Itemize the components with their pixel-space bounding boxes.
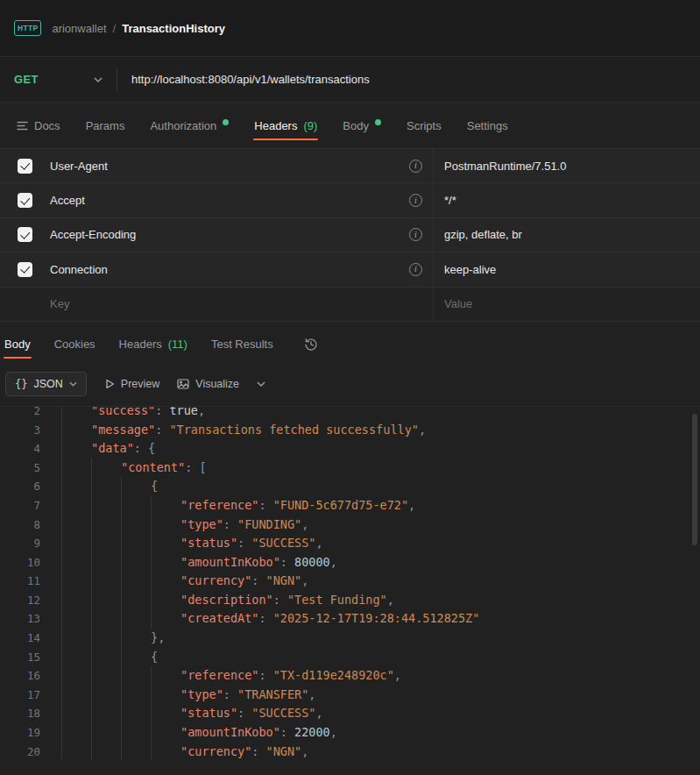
request-tab-body[interactable]: Body bbox=[342, 106, 382, 146]
header-key[interactable]: Accept bbox=[50, 194, 85, 207]
line-number: 19 bbox=[0, 723, 40, 743]
indent-guide bbox=[121, 572, 151, 591]
header-value[interactable]: */* bbox=[433, 183, 700, 217]
header-value[interactable]: gzip, deflate, br bbox=[433, 218, 700, 252]
header-checkbox[interactable] bbox=[18, 159, 32, 174]
indent-guide bbox=[151, 515, 180, 535]
code-line-text: { bbox=[40, 648, 158, 667]
header-key[interactable]: Accept-Encoding bbox=[50, 228, 136, 241]
code-line: 19"amountInKobo": 22000, bbox=[0, 723, 700, 743]
indent-guide bbox=[61, 686, 91, 705]
indent-guide bbox=[91, 515, 121, 535]
tab-count: (11) bbox=[168, 338, 187, 351]
url-input[interactable] bbox=[117, 57, 700, 102]
response-tab-headers[interactable]: Headers(11) bbox=[118, 324, 188, 364]
indent-guide bbox=[151, 723, 180, 743]
code-line-text: { bbox=[40, 477, 158, 496]
indent-guide bbox=[61, 629, 91, 648]
line-number: 8 bbox=[0, 515, 40, 535]
info-icon: i bbox=[409, 160, 422, 173]
header-key[interactable]: Connection bbox=[50, 263, 108, 276]
code-line: 6{ bbox=[0, 477, 700, 496]
indent-guide bbox=[121, 534, 151, 553]
code-line: 16"reference": "TX-d119e248920c", bbox=[0, 666, 700, 686]
preview-button[interactable]: Preview bbox=[104, 378, 159, 390]
response-tab-cookies[interactable]: Cookies bbox=[53, 324, 96, 364]
code-line-text: "data": { bbox=[40, 439, 155, 459]
line-number: 3 bbox=[0, 421, 40, 440]
tab-label: Cookies bbox=[54, 338, 95, 351]
response-tabs: BodyCookiesHeaders(11)Test Results bbox=[0, 322, 700, 367]
tab-label: Headers bbox=[254, 119, 297, 132]
response-format-dropdown[interactable]: {} JSON bbox=[5, 372, 87, 396]
info-icon: i bbox=[409, 228, 422, 241]
request-url-bar: GET bbox=[0, 56, 700, 103]
header-checkbox[interactable] bbox=[18, 193, 32, 208]
menu-icon bbox=[17, 121, 28, 131]
header-key[interactable]: User-Agent bbox=[50, 160, 108, 173]
header-checkbox[interactable] bbox=[18, 262, 32, 277]
code-line-text: "status": "SUCCESS", bbox=[40, 534, 323, 553]
header-value[interactable]: PostmanRuntime/7.51.0 bbox=[433, 149, 700, 182]
code-line-text: "type": "FUNDING", bbox=[40, 515, 308, 535]
indent-guide bbox=[151, 534, 180, 553]
request-tab-docs[interactable]: Docs bbox=[16, 106, 61, 146]
play-icon bbox=[104, 379, 115, 389]
request-tab-scripts[interactable]: Scripts bbox=[406, 106, 442, 146]
response-tab-body[interactable]: Body bbox=[4, 324, 32, 364]
tab-label: Docs bbox=[34, 119, 60, 132]
indent-guide bbox=[91, 609, 121, 629]
indent-guide bbox=[121, 609, 151, 629]
method-dropdown[interactable]: GET bbox=[0, 57, 117, 102]
vertical-scrollbar[interactable] bbox=[692, 414, 697, 545]
indent-guide bbox=[61, 553, 91, 572]
toolbar-options-chevron[interactable] bbox=[257, 381, 265, 387]
indent-guide bbox=[91, 572, 121, 591]
response-tab-test-results[interactable]: Test Results bbox=[210, 324, 274, 364]
tab-label: Params bbox=[86, 119, 125, 132]
request-tab-authorization[interactable]: Authorization bbox=[149, 106, 230, 146]
request-tab-headers[interactable]: Headers(9) bbox=[253, 106, 318, 146]
indent-guide bbox=[121, 629, 151, 648]
code-line-text: "description": "Test Funding", bbox=[40, 591, 394, 610]
tab-label: Body bbox=[4, 338, 31, 351]
code-line-text: }, bbox=[40, 629, 165, 648]
code-line-text: "status": "SUCCESS", bbox=[40, 704, 323, 723]
indent-guide bbox=[91, 704, 121, 723]
format-label: JSON bbox=[33, 378, 62, 390]
visualize-button[interactable]: Visualize bbox=[177, 378, 239, 390]
indent-guide bbox=[61, 406, 91, 421]
indent-guide bbox=[61, 648, 91, 667]
header-row: User-AgentiPostmanRuntime/7.51.0 bbox=[0, 149, 700, 183]
key-placeholder[interactable]: Key bbox=[50, 297, 69, 310]
indent-guide bbox=[61, 704, 91, 723]
indent-guide bbox=[121, 496, 151, 515]
header-row: Connectionikeep-alive bbox=[0, 252, 700, 287]
method-label: GET bbox=[14, 73, 39, 86]
response-history-icon[interactable] bbox=[300, 333, 322, 356]
tab-label: Test Results bbox=[211, 338, 273, 351]
code-line: 14}, bbox=[0, 629, 700, 648]
response-body-viewer[interactable]: 2"success": true,3"message": "Transactio… bbox=[0, 406, 700, 775]
value-placeholder[interactable]: Value bbox=[444, 297, 472, 310]
header-value[interactable]: keep-alive bbox=[433, 252, 700, 286]
chevron-down-icon bbox=[257, 381, 265, 387]
code-line-text: "reference": "TX-d119e248920c", bbox=[40, 666, 401, 686]
breadcrumb-separator: / bbox=[113, 22, 117, 35]
workspace-name[interactable]: arionwallet bbox=[52, 22, 106, 35]
indent-guide bbox=[121, 723, 151, 743]
line-number: 12 bbox=[0, 591, 40, 610]
code-line-text: "reference": "FUND-5c677d75-e72", bbox=[40, 496, 415, 515]
header-checkbox[interactable] bbox=[18, 227, 32, 242]
status-dot-icon bbox=[223, 119, 229, 125]
line-number: 14 bbox=[0, 629, 40, 648]
request-name: TransactionHistory bbox=[122, 22, 225, 35]
code-line-text: "success": true, bbox=[40, 406, 205, 421]
indent-guide bbox=[121, 704, 151, 723]
indent-guide bbox=[151, 704, 180, 723]
visualize-label: Visualize bbox=[195, 378, 239, 390]
request-tab-params[interactable]: Params bbox=[85, 106, 126, 146]
header-row-empty: KeyValue bbox=[0, 288, 700, 322]
code-line: 4"data": { bbox=[0, 439, 700, 459]
request-tab-settings[interactable]: Settings bbox=[466, 106, 509, 146]
